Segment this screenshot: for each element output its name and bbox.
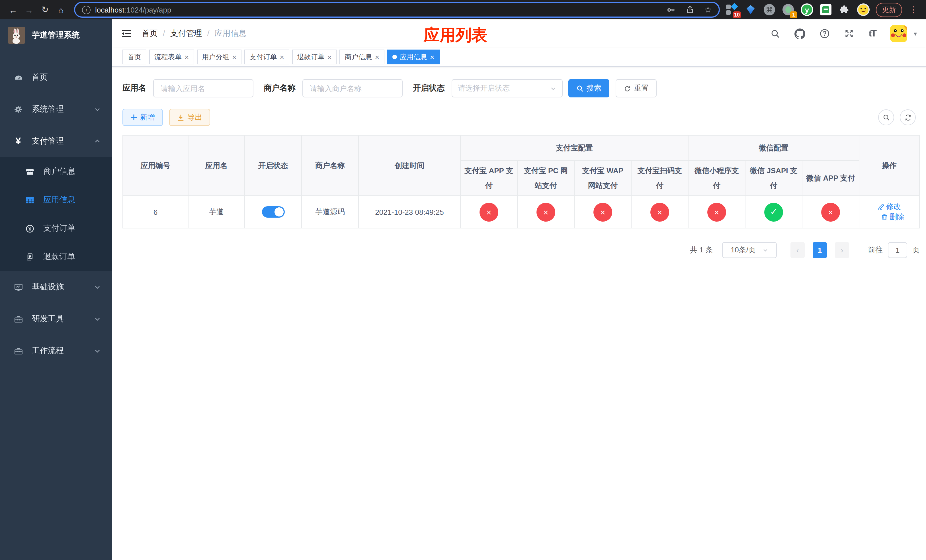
breadcrumb-home[interactable]: 首页: [142, 29, 158, 39]
chrome-update-button[interactable]: 更新: [876, 3, 902, 17]
breadcrumb-payment[interactable]: 支付管理: [170, 29, 202, 39]
sidebar-item-refund-order[interactable]: 退款订单: [0, 243, 112, 271]
fullscreen-icon[interactable]: [844, 29, 855, 39]
col-status: 开启状态: [245, 135, 301, 196]
goto-label: 前往: [868, 245, 883, 255]
delete-link[interactable]: 删除: [881, 212, 904, 222]
export-button[interactable]: 导出: [169, 109, 210, 126]
col-alipay-qr: 支付宝扫码支付: [631, 160, 688, 196]
extensions-puzzle-icon[interactable]: [838, 3, 851, 16]
help-icon[interactable]: [820, 29, 830, 39]
breadcrumb-current: 应用信息: [215, 29, 247, 39]
merchant-name-input[interactable]: [303, 79, 402, 97]
bookmark-star-icon[interactable]: ☆: [704, 5, 712, 15]
sidebar-item-label: 支付管理: [32, 136, 64, 147]
gear-icon: [11, 105, 25, 114]
header-search-icon[interactable]: [771, 29, 781, 38]
browser-forward-button[interactable]: →: [22, 2, 36, 17]
app-name-input[interactable]: [153, 79, 253, 97]
sidebar-item-label: 应用信息: [43, 195, 75, 205]
sidebar-item-payment[interactable]: ¥ 支付管理: [0, 125, 112, 157]
search-button[interactable]: 搜索: [568, 79, 609, 97]
extension-gem-icon[interactable]: [744, 3, 757, 16]
refresh-table-button[interactable]: [900, 109, 916, 125]
sidebar-item-label: 首页: [32, 73, 48, 83]
col-alipay-wap: 支付宝 WAP 网站支付: [574, 160, 631, 196]
toggle-search-button[interactable]: [878, 109, 894, 125]
sidebar-collapse-icon[interactable]: [121, 29, 132, 38]
sidebar-item-workflow[interactable]: 工作流程: [0, 335, 112, 367]
extension-command-icon[interactable]: ⌘: [763, 3, 776, 16]
sidebar: 芋道管理系统 首页 系统管理: [0, 20, 112, 560]
sidebar-item-dev-tools[interactable]: 研发工具: [0, 303, 112, 335]
app-name-label: 应用名: [123, 83, 146, 94]
reset-button[interactable]: 重置: [616, 79, 657, 97]
cell-app-name: 芋道: [188, 196, 245, 228]
prev-page-button[interactable]: ‹: [790, 242, 805, 258]
sidebar-item-pay-order[interactable]: 支付订单: [0, 214, 112, 243]
browser-reload-button[interactable]: ↻: [38, 2, 52, 17]
add-button[interactable]: 新增: [123, 109, 163, 126]
extension-recorder-icon[interactable]: 1: [782, 3, 794, 16]
extension-yudao-icon[interactable]: y: [801, 3, 813, 16]
app-logo[interactable]: 芋道管理系统: [0, 20, 112, 51]
next-page-button[interactable]: ›: [835, 242, 849, 258]
password-key-icon[interactable]: [666, 5, 675, 15]
navbar: 首页 / 支付管理 / 应用信息 应用列表: [112, 20, 926, 48]
page-size-select[interactable]: 10条/页: [722, 242, 777, 258]
status-toggle[interactable]: [262, 206, 284, 218]
site-info-icon[interactable]: i: [82, 5, 91, 14]
close-icon[interactable]: ×: [185, 53, 189, 61]
status-select[interactable]: 请选择开启状态: [452, 79, 563, 97]
sidebar-item-home[interactable]: 首页: [0, 62, 112, 94]
pencil-icon: [878, 203, 884, 210]
extension-blocks-icon[interactable]: 10: [726, 3, 738, 16]
logo-rabbit-image: [8, 27, 25, 44]
sidebar-item-app-info[interactable]: 应用信息: [0, 186, 112, 214]
font-size-icon[interactable]: tT: [869, 29, 876, 39]
tab-refund-order[interactable]: 退款订单×: [292, 50, 337, 64]
tab-merchant-info[interactable]: 商户信息×: [340, 50, 384, 64]
browser-profile-avatar[interactable]: [857, 3, 870, 16]
tab-home[interactable]: 首页: [123, 50, 146, 64]
toolbox-icon: [11, 314, 25, 324]
merchant-name-label: 商户名称: [264, 83, 295, 94]
url-path: :1024/pay/app: [124, 5, 171, 14]
sidebar-item-system[interactable]: 系统管理: [0, 94, 112, 125]
browser-back-button[interactable]: ←: [6, 2, 21, 17]
address-bar[interactable]: i localhost:1024/pay/app ☆: [74, 2, 720, 18]
cell-app-id: 6: [123, 196, 188, 228]
tab-app-info[interactable]: 应用信息×: [387, 50, 439, 64]
sidebar-item-infrastructure[interactable]: 基础设施: [0, 271, 112, 303]
browser-menu-icon[interactable]: ⋮: [908, 5, 919, 15]
extensions-area: 10 ⌘ 1 y 更新 ⋮: [726, 3, 920, 17]
close-icon[interactable]: ×: [327, 53, 332, 61]
tab-pay-order[interactable]: 支付订单×: [244, 50, 289, 64]
browser-home-button[interactable]: ⌂: [53, 2, 68, 17]
sidebar-item-merchant-info[interactable]: 商户信息: [0, 157, 112, 186]
screen: ← → ↻ ⌂ i localhost:1024/pay/app ☆ 10: [0, 0, 926, 560]
dashboard-icon: [11, 73, 25, 82]
goto-page-input[interactable]: [888, 242, 907, 258]
edit-link[interactable]: 修改: [878, 202, 901, 212]
tab-user-group[interactable]: 用户分组×: [197, 50, 242, 64]
tab-process-form[interactable]: 流程表单×: [149, 50, 194, 64]
close-icon[interactable]: ×: [280, 53, 284, 61]
close-icon[interactable]: ×: [430, 53, 434, 61]
close-icon[interactable]: ×: [232, 53, 236, 61]
yen-icon: ¥: [11, 136, 25, 147]
cell-status: [245, 196, 301, 228]
close-icon[interactable]: ×: [375, 53, 379, 61]
github-icon[interactable]: [795, 28, 805, 39]
browser-toolbar: ← → ↻ ⌂ i localhost:1024/pay/app ☆ 10: [0, 0, 926, 20]
page-number-1[interactable]: 1: [813, 242, 827, 258]
user-avatar[interactable]: [890, 25, 908, 42]
cell-created: 2021-10-23 08:49:25: [359, 196, 460, 228]
documents-icon: [23, 252, 36, 262]
avatar-dropdown-caret-icon[interactable]: ▾: [914, 30, 917, 37]
app-title: 芋道管理系统: [32, 30, 80, 41]
yen-circle-icon: [23, 224, 36, 233]
share-icon[interactable]: [685, 5, 694, 14]
extension-chat-icon[interactable]: [820, 3, 832, 16]
chevron-up-icon: [94, 138, 101, 145]
